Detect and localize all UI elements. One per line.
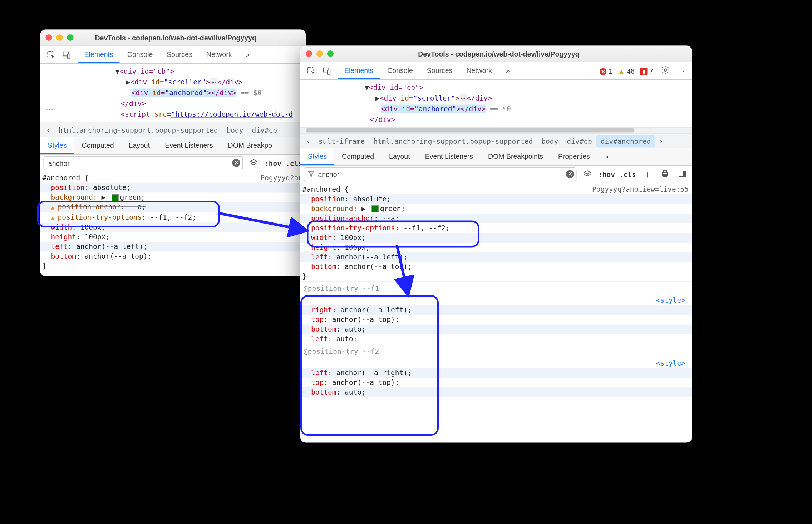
devtools-window-after: DevTools - codepen.io/web-dot-dev/live/P… (300, 46, 692, 443)
position-try-header: @position-try --f2 (300, 344, 692, 359)
source-link[interactable]: <style> (656, 296, 689, 305)
warning-count[interactable]: ▲ 46 (618, 67, 634, 75)
funnel-icon (307, 170, 315, 180)
layout-tab[interactable]: Layout (382, 149, 418, 166)
cls-toggle[interactable]: .cls (619, 170, 636, 178)
properties-tab[interactable]: Properties (551, 149, 597, 166)
tab-network[interactable]: Network (200, 46, 238, 63)
filter-bar: ✕ :hov .cls (40, 155, 306, 172)
svg-rect-11 (683, 171, 685, 176)
layout-tab[interactable]: Layout (122, 137, 158, 154)
minimize-icon[interactable] (316, 50, 323, 57)
styles-tabs: Styles Computed Layout Event Listeners D… (40, 137, 306, 155)
source-link[interactable]: Pogyyyq?an (261, 173, 306, 183)
svg-point-6 (664, 69, 666, 71)
filter-input[interactable]: ✕ (304, 167, 577, 181)
titlebar[interactable]: DevTools - codepen.io/web-dot-dev/live/P… (40, 30, 306, 46)
main-toolbar: Elements Console Sources Network » (40, 46, 306, 64)
hov-toggle[interactable]: :hov (265, 159, 281, 167)
scrollbar[interactable] (306, 128, 635, 133)
tab-console[interactable]: Console (381, 63, 419, 79)
chevron-left-icon[interactable]: ‹ (302, 137, 314, 145)
settings-icon[interactable] (659, 64, 672, 78)
color-swatch[interactable] (371, 206, 379, 213)
inspect-icon[interactable] (304, 64, 319, 78)
svg-rect-8 (664, 170, 666, 172)
computed-tab[interactable]: Computed (334, 149, 382, 166)
chevron-left-icon[interactable]: ‹ (43, 126, 54, 134)
print-icon[interactable] (659, 168, 671, 181)
device-mode-icon[interactable] (319, 64, 335, 78)
traffic-lights[interactable] (46, 34, 74, 41)
event-listeners-tab[interactable]: Event Listeners (418, 149, 481, 166)
svg-rect-2 (67, 54, 70, 58)
error-count[interactable]: ✕ 1 (600, 67, 612, 75)
filter-bar: ✕ :hov .cls ＋ (300, 166, 692, 184)
window-title: DevTools - codepen.io/web-dot-dev/live/P… (78, 34, 301, 42)
hov-toggle[interactable]: :hov (598, 170, 615, 178)
layers-icon[interactable] (581, 168, 594, 181)
breadcrumbs[interactable]: ‹ sult-iframe html.anchoring-support.pop… (300, 133, 692, 149)
titlebar[interactable]: DevTools - codepen.io/web-dot-dev/live/P… (300, 46, 692, 63)
styles-tab[interactable]: Styles (300, 149, 334, 166)
menu-icon[interactable]: ⋮ (678, 65, 689, 77)
svg-rect-9 (664, 174, 666, 176)
styles-tabs: Styles Computed Layout Event Listeners D… (300, 149, 692, 166)
window-title: DevTools - codepen.io/web-dot-dev/live/P… (338, 50, 686, 58)
close-icon[interactable] (306, 50, 312, 57)
tab-elements[interactable]: Elements (338, 63, 380, 79)
add-rule-icon[interactable]: ＋ (640, 166, 654, 182)
inspect-icon[interactable] (44, 48, 59, 62)
tab-more[interactable]: » (499, 63, 516, 79)
ellipsis: ⋯ (46, 105, 53, 113)
toggle-panel-icon[interactable] (676, 168, 689, 181)
tab-sources[interactable]: Sources (420, 63, 459, 79)
event-listeners-tab[interactable]: Event Listeners (157, 137, 220, 154)
dom-breakpoints-tab[interactable]: DOM Breakpo (221, 137, 280, 154)
minimize-icon[interactable] (56, 34, 63, 41)
main-toolbar: Elements Console Sources Network » ✕ 1 ▲… (300, 62, 692, 80)
clear-icon[interactable]: ✕ (232, 159, 241, 167)
styles-tab[interactable]: Styles (40, 137, 74, 154)
tab-sources[interactable]: Sources (160, 46, 199, 63)
styles-pane[interactable]: #anchored {Pogyyyq?an position: absolute… (40, 172, 306, 275)
dom-tree[interactable]: ▼<div id="cb"> ▶<div id="scroller">⋯</di… (40, 64, 306, 122)
traffic-lights[interactable] (306, 50, 334, 57)
zoom-icon[interactable] (67, 34, 74, 41)
cls-toggle[interactable]: .cls (286, 159, 302, 167)
more-subtabs[interactable]: » (597, 149, 616, 166)
styles-pane[interactable]: #anchored {Pogyyyq?ano…iew=live:55 posit… (300, 183, 692, 401)
chevron-right-icon[interactable]: › (655, 137, 667, 145)
tab-more[interactable]: » (239, 46, 256, 63)
computed-tab[interactable]: Computed (74, 137, 122, 154)
filter-input[interactable]: ✕ (44, 156, 243, 170)
breadcrumbs[interactable]: ‹ html.anchoring-support.popup-supported… (40, 122, 306, 138)
layers-icon[interactable] (247, 156, 260, 170)
color-swatch[interactable] (111, 194, 118, 201)
source-link[interactable]: Pogyyyq?ano…iew=live:55 (592, 185, 692, 194)
clear-icon[interactable]: ✕ (566, 170, 574, 178)
source-link[interactable]: <style> (656, 358, 689, 368)
tab-elements[interactable]: Elements (78, 46, 120, 63)
tab-network[interactable]: Network (460, 63, 498, 79)
close-icon[interactable] (46, 34, 52, 41)
issue-count[interactable]: ▮ 7 (640, 67, 653, 75)
position-try-header: @position-try --f1 (300, 281, 692, 296)
dom-breakpoints-tab[interactable]: DOM Breakpoints (481, 149, 551, 166)
zoom-icon[interactable] (327, 50, 334, 57)
devtools-window-before: DevTools - codepen.io/web-dot-dev/live/P… (40, 30, 306, 276)
tab-console[interactable]: Console (121, 46, 159, 63)
dom-tree[interactable]: ▼<div id="cb"> ▶<div id="scroller">⋯</di… (300, 80, 692, 127)
device-mode-icon[interactable] (59, 48, 75, 62)
svg-rect-5 (328, 70, 330, 74)
